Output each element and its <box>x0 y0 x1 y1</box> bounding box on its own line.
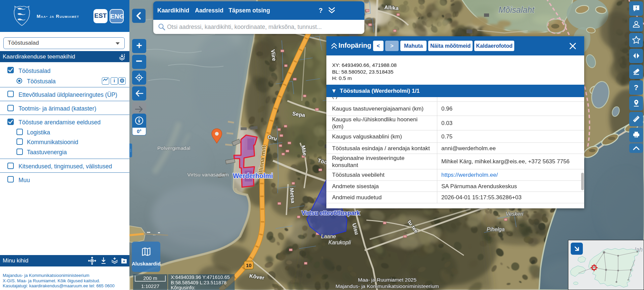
svg-text:Pihelga: Pihelga <box>487 226 505 232</box>
svg-text:Allika: Allika <box>384 4 399 11</box>
svg-text:10: 10 <box>246 262 252 268</box>
svg-text:Polvergimadal: Polvergimadal <box>157 145 190 151</box>
svg-text:Virtsu vanasadam: Virtsu vanasadam <box>187 172 229 177</box>
svg-text:Werderholmi: Werderholmi <box>233 172 273 179</box>
svg-text:Karukopli: Karukopli <box>328 240 351 245</box>
svg-text:Laane: Laane <box>321 234 336 239</box>
svg-text:Maa- ja Ruumiamet 2025: Maa- ja Ruumiamet 2025 <box>358 277 416 283</box>
svg-text:Veskeri: Veskeri <box>506 211 523 217</box>
svg-text:Mõisalaht: Mõisalaht <box>498 5 535 14</box>
svg-text:Virtsu ettevõtluspark: Virtsu ettevõtluspark <box>301 210 360 216</box>
svg-text:Majandus- ja Kommunikatsioonim: Majandus- ja Kommunikatsiooniministeeriu… <box>335 283 439 289</box>
